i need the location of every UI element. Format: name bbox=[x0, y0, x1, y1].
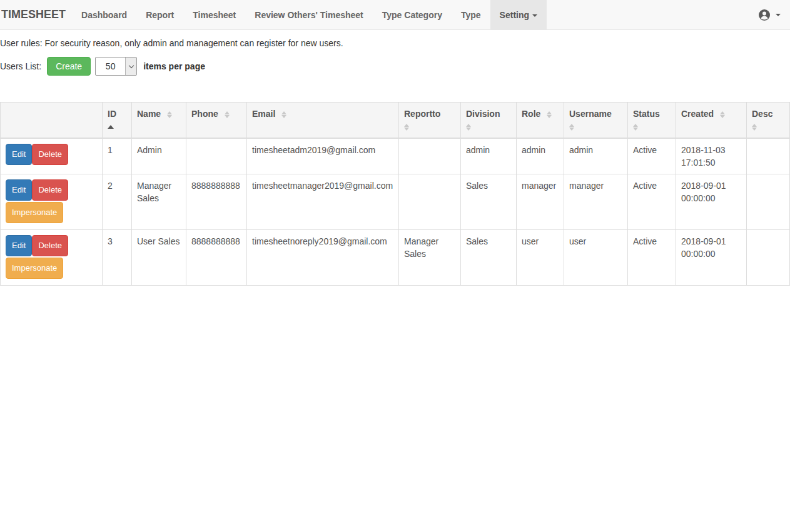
cell-desc bbox=[747, 174, 790, 230]
cell-created: 2018-11-03 17:01:50 bbox=[676, 138, 747, 174]
sort-icon bbox=[404, 123, 410, 131]
sort-icon bbox=[466, 123, 472, 131]
cell-actions: EditDelete bbox=[1, 138, 103, 174]
column-label: Reportto bbox=[404, 109, 440, 119]
cell-role: manager bbox=[517, 174, 564, 230]
cell-email: timesheetadm2019@gmail.com bbox=[247, 138, 399, 174]
column-label: ID bbox=[108, 109, 116, 119]
cell-email: timesheetmanager2019@gmail.com bbox=[247, 174, 399, 230]
column-label: Phone bbox=[191, 109, 218, 119]
delete-button[interactable]: Delete bbox=[32, 235, 68, 256]
cell-status: Active bbox=[628, 138, 676, 174]
cell-name: User Sales bbox=[132, 230, 186, 286]
delete-button[interactable]: Delete bbox=[32, 179, 68, 201]
table-header-row: IDNamePhoneEmailReporttoDivisionRoleUser… bbox=[1, 103, 790, 139]
column-header-id[interactable]: ID bbox=[103, 103, 132, 139]
sort-icon bbox=[720, 111, 726, 119]
column-label: Created bbox=[681, 109, 714, 119]
impersonate-button[interactable]: Impersonate bbox=[6, 258, 63, 279]
sort-icon bbox=[633, 123, 639, 131]
cell-name: Manager Sales bbox=[132, 174, 186, 230]
column-header-name[interactable]: Name bbox=[132, 103, 186, 139]
cell-actions: EditDeleteImpersonate bbox=[1, 174, 103, 230]
column-header-role[interactable]: Role bbox=[517, 103, 564, 139]
cell-username: user bbox=[564, 230, 628, 286]
cell-phone: 8888888888 bbox=[186, 174, 247, 230]
items-per-page-label: items per page bbox=[143, 61, 205, 71]
sort-icon bbox=[752, 123, 757, 131]
caret-down-icon bbox=[532, 14, 537, 17]
sort-icon bbox=[547, 111, 552, 119]
cell-role: user bbox=[517, 230, 564, 286]
cell-username: manager bbox=[564, 174, 628, 230]
cell-id: 2 bbox=[103, 174, 132, 230]
cell-actions: EditDeleteImpersonate bbox=[1, 230, 103, 286]
cell-email: timesheetnoreply2019@gmail.com bbox=[247, 230, 399, 286]
page-size-select[interactable]: 50 bbox=[95, 57, 137, 76]
cell-username: admin bbox=[564, 138, 628, 174]
cell-name: Admin bbox=[132, 138, 186, 174]
create-button[interactable]: Create bbox=[47, 57, 91, 76]
column-header-username[interactable]: Username bbox=[564, 103, 628, 139]
nav-item-type-category[interactable]: Type Category bbox=[373, 0, 452, 29]
cell-created: 2018-09-01 00:00:00 bbox=[676, 174, 747, 230]
impersonate-button[interactable]: Impersonate bbox=[6, 202, 63, 223]
column-label: Email bbox=[252, 109, 275, 119]
sort-icon bbox=[225, 111, 230, 119]
users-toolbar: Users List: Create 50 items per page bbox=[0, 57, 790, 76]
chevron-down-icon bbox=[125, 58, 136, 75]
column-label: Desc bbox=[752, 109, 772, 119]
user-rules-text: User rules: For security reason, only ad… bbox=[0, 39, 790, 48]
cell-status: Active bbox=[628, 174, 676, 230]
nav-item-report[interactable]: Report bbox=[136, 0, 183, 29]
edit-button[interactable]: Edit bbox=[6, 235, 32, 256]
navbar: TIMESHEET DashboardReportTimesheetReview… bbox=[0, 0, 790, 30]
navbar-right bbox=[758, 0, 790, 29]
table-row: EditDeleteImpersonate2Manager Sales88888… bbox=[1, 174, 790, 230]
nav-item-setting[interactable]: Setting bbox=[490, 0, 547, 29]
column-header-status[interactable]: Status bbox=[628, 103, 676, 139]
edit-button[interactable]: Edit bbox=[6, 144, 32, 165]
column-label: Name bbox=[137, 109, 161, 119]
table-row: EditDeleteImpersonate3User Sales88888888… bbox=[1, 230, 790, 286]
cell-desc bbox=[747, 138, 790, 174]
nav-item-type[interactable]: Type bbox=[452, 0, 490, 29]
column-header-desc[interactable]: Desc bbox=[747, 103, 790, 139]
users-table: IDNamePhoneEmailReporttoDivisionRoleUser… bbox=[0, 102, 790, 286]
column-label: Role bbox=[522, 109, 540, 119]
sort-icon bbox=[281, 111, 287, 119]
page-size-value: 50 bbox=[96, 58, 125, 75]
cell-division: Sales bbox=[461, 174, 517, 230]
cell-phone bbox=[186, 138, 247, 174]
users-list-label: Users List: bbox=[0, 61, 41, 71]
sort-asc-icon bbox=[108, 124, 114, 129]
cell-role: admin bbox=[517, 138, 564, 174]
user-menu[interactable] bbox=[758, 9, 781, 21]
delete-button[interactable]: Delete bbox=[32, 144, 68, 165]
column-header-reportto[interactable]: Reportto bbox=[399, 103, 461, 139]
cell-id: 3 bbox=[103, 230, 132, 286]
sort-icon bbox=[569, 123, 575, 131]
sort-icon bbox=[167, 111, 173, 119]
nav-item-dashboard[interactable]: Dashboard bbox=[72, 0, 136, 29]
edit-button[interactable]: Edit bbox=[6, 179, 32, 201]
cell-id: 1 bbox=[103, 138, 132, 174]
cell-division: admin bbox=[461, 138, 517, 174]
column-label: Status bbox=[633, 109, 660, 119]
cell-created: 2018-09-01 00:00:00 bbox=[676, 230, 747, 286]
content: User rules: For security reason, only ad… bbox=[0, 39, 790, 286]
column-header-phone[interactable]: Phone bbox=[186, 103, 247, 139]
column-header-created[interactable]: Created bbox=[676, 103, 747, 139]
column-header-actions bbox=[1, 103, 103, 139]
table-row: EditDelete1Admintimesheetadm2019@gmail.c… bbox=[1, 138, 790, 174]
nav-item-review-others-timesheet[interactable]: Review Others' Timesheet bbox=[245, 0, 372, 29]
app-brand[interactable]: TIMESHEET bbox=[0, 0, 72, 29]
cell-status: Active bbox=[628, 230, 676, 286]
user-circle-icon bbox=[758, 9, 771, 21]
nav-item-timesheet[interactable]: Timesheet bbox=[183, 0, 245, 29]
cell-phone: 8888888888 bbox=[186, 230, 247, 286]
cell-desc bbox=[747, 230, 790, 286]
column-header-division[interactable]: Division bbox=[461, 103, 517, 139]
column-header-email[interactable]: Email bbox=[247, 103, 399, 139]
column-label: Username bbox=[569, 109, 612, 119]
